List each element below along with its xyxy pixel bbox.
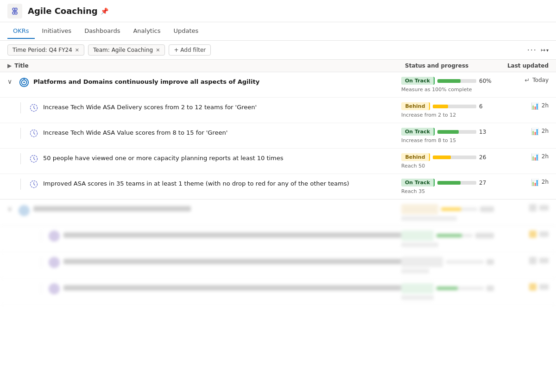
kr-4-title[interactable]: Improved ASA scores in 35 teams in at le… [43, 179, 401, 188]
okr-1-row: ∨ Platforms and Domains continuously imp… [0, 72, 556, 97]
table-header: ▶ Title Status and progress Last updated [0, 60, 556, 72]
kr-2-updated-text: 2h [542, 128, 549, 134]
kr-3-updated-text: 2h [542, 153, 549, 160]
kr-3-row: 50 people have viewed one or more capaci… [0, 148, 556, 174]
okr-1-icon [19, 77, 30, 88]
kr-1-status-area: Behind 6 Increase from 2 to 12 [401, 102, 494, 118]
kr-2-value: 13 [479, 129, 494, 135]
col-title-header: ▶ Title [7, 62, 405, 69]
tab-initiatives[interactable]: Initiatives [37, 24, 77, 39]
kr-1-sub-label: Increase from 2 to 12 [401, 112, 494, 118]
kr-3-left: 50 people have viewed one or more capaci… [20, 153, 401, 164]
content-area: ∨ Platforms and Domains continuously imp… [0, 72, 556, 392]
tab-updates[interactable]: Updates [168, 24, 204, 39]
filter-bar: Time Period: Q4 FY24 ✕ Team: Agile Coach… [0, 41, 556, 60]
kr-2-title[interactable]: Increase Tech Wide ASA Value scores from… [43, 128, 401, 137]
okr-1-left: ∨ Platforms and Domains continuously imp… [7, 77, 401, 88]
okr-1-progress-bar [437, 79, 476, 83]
kr-3-progress-bar [433, 156, 476, 159]
okr-1-status-row: On Track 60% [401, 77, 494, 85]
okr-1-progress-fill [437, 79, 461, 83]
svg-line-19 [34, 159, 35, 160]
kr-4-status-area: On Track 27 Reach 35 [401, 179, 494, 194]
kr-1-update-icon: 📊 [531, 102, 539, 110]
kr-3-title[interactable]: 50 people have viewed one or more capaci… [43, 153, 401, 162]
kr-1-progress-fill [433, 105, 448, 108]
kr-4-right: On Track 27 Reach 35 📊 2h [401, 179, 549, 194]
kr-2-updated: 📊 2h [498, 128, 549, 135]
kr-3-right: Behind 26 Reach 50 📊 2h [401, 153, 549, 169]
expand-all-button[interactable]: ▶ [7, 62, 12, 69]
filter-team[interactable]: Team: Agile Coaching ✕ [88, 44, 165, 56]
kr-1-badge: Behind [401, 102, 430, 110]
kr-3-status-area: Behind 26 Reach 50 [401, 153, 494, 169]
okr-1-section: ∨ Platforms and Domains continuously imp… [0, 72, 556, 199]
kr-3-updated: 📊 2h [498, 153, 549, 161]
export-button[interactable]: ↦ ▾ [541, 47, 549, 53]
kr-2-status-area: On Track 13 Increase from 8 to 15 [401, 128, 494, 143]
kr-1-icon [28, 102, 39, 113]
kr-2-badge: On Track [401, 128, 435, 136]
kr-2-status-row: On Track 13 [401, 128, 494, 136]
kr-3-progress-fill [433, 156, 451, 159]
filter-time-period[interactable]: Time Period: Q4 FY24 ✕ [7, 44, 84, 56]
kr-2-row: Increase Tech Wide ASA Value scores from… [0, 123, 556, 148]
kr-1-progress-bar [433, 105, 476, 108]
kr-2-progress-bar [437, 130, 476, 134]
kr-3-value: 26 [479, 154, 494, 161]
add-filter-button[interactable]: + Add filter [169, 44, 211, 56]
kr-3-badge: Behind [401, 153, 430, 161]
kr-2-sub-label: Increase from 8 to 15 [401, 137, 494, 143]
kr-4-row: Improved ASA scores in 35 teams in at le… [0, 174, 556, 199]
kr-1-status-row: Behind 6 [401, 102, 494, 110]
app-icon [7, 4, 22, 19]
kr-2-update-icon: 📊 [531, 128, 539, 135]
kr-3-icon [28, 153, 39, 164]
pin-icon: 📌 [101, 7, 108, 15]
kr-4-left: Improved ASA scores in 35 teams in at le… [20, 179, 401, 190]
kr-4-progress-fill [437, 181, 461, 185]
kr-4-icon [28, 179, 39, 190]
app-header: Agile Coaching 📌 [0, 0, 556, 22]
tab-dashboards[interactable]: Dashboards [79, 24, 126, 39]
kr-3-update-icon: 📊 [531, 153, 539, 161]
kr-4-update-icon: 📊 [531, 179, 539, 186]
kr-1-right: Behind 6 Increase from 2 to 12 📊 2h [401, 102, 549, 118]
okr-1-updated-text: Today [532, 77, 549, 83]
page-title: Agile Coaching 📌 [28, 6, 108, 16]
okr-1-expand[interactable]: ∨ [7, 78, 15, 85]
kr-4-value: 27 [479, 180, 494, 186]
kr-2-icon [28, 128, 39, 139]
kr-1-title[interactable]: Increase Tech Wide ASA Delivery scores f… [43, 102, 401, 112]
okr-2-section-blurred: ∨ [0, 199, 556, 305]
remove-time-filter[interactable]: ✕ [75, 47, 79, 53]
tab-okrs[interactable]: OKRs [7, 24, 35, 39]
reply-icon: ↵ [524, 77, 530, 84]
kr-4-progress-bar [437, 181, 476, 185]
nav-tabs: OKRs Initiatives Dashboards Analytics Up… [0, 22, 556, 41]
kr-3-sub-label: Reach 50 [401, 163, 494, 169]
okr-1-updated: ↵ Today [498, 77, 549, 84]
kr-4-updated: 📊 2h [498, 179, 549, 186]
col-updated-header: Last updated [498, 62, 549, 69]
svg-line-13 [34, 108, 35, 109]
kr-4-updated-text: 2h [542, 179, 549, 185]
kr-1-updated: 📊 2h [498, 102, 549, 110]
kr-1-updated-text: 2h [542, 102, 549, 109]
kr-2-right: On Track 13 Increase from 8 to 15 📊 2h [401, 128, 549, 143]
remove-team-filter[interactable]: ✕ [156, 47, 160, 53]
kr-4-sub-label: Reach 35 [401, 188, 494, 194]
kr-1-left: Increase Tech Wide ASA Delivery scores f… [20, 102, 401, 113]
svg-line-16 [34, 133, 35, 135]
kr-2-left: Increase Tech Wide ASA Value scores from… [20, 128, 401, 139]
kr-2-progress-fill [437, 130, 459, 134]
kr-3-status-row: Behind 26 [401, 153, 494, 161]
more-options-button[interactable]: ··· [527, 46, 537, 55]
filter-bar-actions: ··· ↦ ▾ [527, 46, 549, 55]
okr-1-sub-label: Measure as 100% complete [401, 87, 494, 93]
kr-4-badge: On Track [401, 179, 435, 187]
okr-1-right: On Track 60% Measure as 100% complete ↵ … [401, 77, 549, 93]
tab-analytics[interactable]: Analytics [127, 24, 166, 39]
col-status-header: Status and progress [405, 62, 498, 69]
okr-1-title[interactable]: Platforms and Domains continuously impro… [33, 77, 401, 86]
